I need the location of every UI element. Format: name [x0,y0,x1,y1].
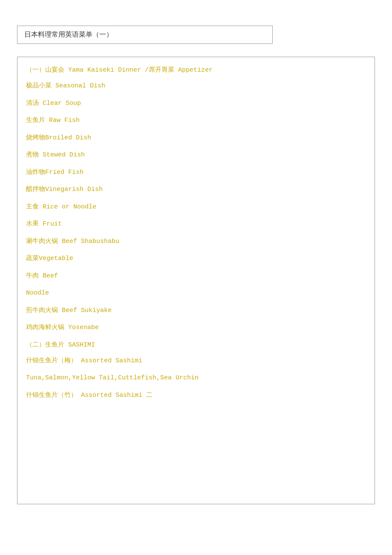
item-14: 煎牛肉火锅 Beef Sukiyake [26,306,366,316]
item-17: Tuna,Salmon,Yellow Tail,Cuttlefish,Sea U… [26,373,366,383]
page-title: 日本料理常用英语菜单（一） [24,31,113,39]
item-16: 什锦生鱼片（梅） Assorted Sashimi [26,356,366,366]
item-8: 主食 Rice or Noodle [26,202,366,212]
item-11: 蔬菜Vegetable [26,254,366,264]
item-2: 清汤 Clear Soup [26,99,366,109]
content-box: （一）山宴会 Yama Kaiseki Dinner /席开胃菜 Appetiz… [17,57,375,504]
item-9: 水果 Fruit [26,220,366,229]
item-13: Noodle [26,289,366,298]
item-7: 醋拌物Vinegarish Dish [26,185,366,195]
page-title-box: 日本料理常用英语菜单（一） [17,26,273,44]
item-15: 鸡肉海鲜火锅 Yosenabe [26,323,366,333]
item-4: 烧烤物Broiled Dish [26,133,366,143]
section-header-2: （二）生鱼片 SASHIMI [26,341,366,349]
item-6: 油炸物Fried Fish [26,168,366,178]
item-1: 极品小菜 Seasonal Dish [26,81,366,91]
item-5: 煮物 Stewed Dish [26,150,366,160]
item-10: 涮牛肉火锅 Beef Shabushabu [26,237,366,247]
item-3: 生鱼片 Raw Fish [26,116,366,126]
section-header-1: （一）山宴会 Yama Kaiseki Dinner /席开胃菜 Appetiz… [26,66,366,74]
item-18: 什锦生鱼片（竹） Assorted Sashimi 二 [26,391,366,401]
item-12: 牛肉 Beef [26,272,366,281]
